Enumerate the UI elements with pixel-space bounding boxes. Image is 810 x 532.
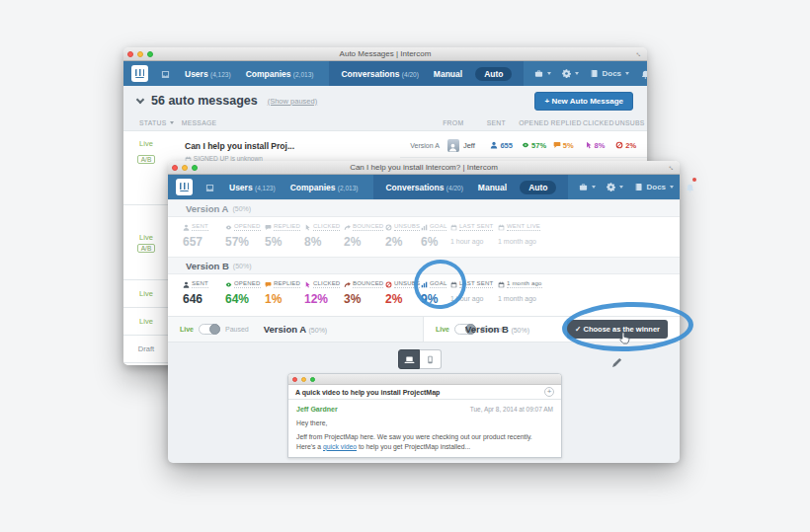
column-message: MESSAGE xyxy=(182,119,429,126)
unsubscribe-icon xyxy=(615,141,623,149)
apps-menu[interactable] xyxy=(534,69,551,78)
column-sent: SENT xyxy=(487,119,519,126)
email-preview-card: A quick video to help you install Projec… xyxy=(287,373,562,458)
nav-companies[interactable]: Companies (2,013) xyxy=(290,183,359,192)
stat-goal: GOAL6% xyxy=(421,223,450,257)
stat-bounced: BOUNCED3% xyxy=(344,280,385,316)
nav-manual[interactable]: Manual xyxy=(434,69,462,79)
device-toggle xyxy=(398,349,442,369)
quick-video-link[interactable]: quick video xyxy=(323,443,357,450)
sort-caret-icon xyxy=(170,121,174,124)
nav-users[interactable]: Users (4,123) xyxy=(229,183,276,192)
intercom-logo[interactable] xyxy=(131,65,148,82)
status-badge: Draft xyxy=(138,344,154,353)
eye-icon xyxy=(225,224,232,231)
calendar-icon xyxy=(498,281,505,288)
email-body: Jeff Gardner Tue, Apr 8, 2014 at 09:07 A… xyxy=(288,400,561,458)
top-nav: Users (4,123) Companies (2,013) Conversa… xyxy=(168,175,680,199)
unsubscribe-icon xyxy=(385,224,392,231)
nav-conversations[interactable]: Conversations (4/20) xyxy=(385,183,462,192)
unsubscribe-icon xyxy=(385,281,392,288)
caret-down-icon xyxy=(547,72,551,75)
ab-test-detail-window: Can I help you install Intercom? | Inter… xyxy=(168,161,680,461)
eye-icon xyxy=(522,141,529,149)
column-unsubs: UNSUBS xyxy=(615,119,647,126)
close-window-button[interactable] xyxy=(172,165,178,171)
column-status[interactable]: STATUS xyxy=(139,119,182,126)
window-titlebar: Can I help you install Intercom? | Inter… xyxy=(168,161,680,175)
toggle-knob xyxy=(209,324,220,335)
docs-menu[interactable]: Docs xyxy=(634,183,674,191)
version-a-row[interactable]: Version A Jeff 655 57% 5% 8% 2% xyxy=(400,134,647,156)
column-clicked: CLICKED xyxy=(583,119,614,126)
notifications-bell[interactable] xyxy=(641,65,647,83)
desktop-preview-button[interactable] xyxy=(398,349,420,369)
auto-messages-header: 56 auto messages (Show paused) + New Aut… xyxy=(123,86,647,115)
stat-opened: OPENED64% xyxy=(225,280,265,316)
status-badge: Live xyxy=(139,233,153,242)
message-title[interactable]: Can I help you install Proj... xyxy=(185,141,294,151)
email-greeting: Hey there, xyxy=(296,419,553,426)
zoom-window-button[interactable] xyxy=(192,165,198,171)
status-badge: Live xyxy=(139,289,153,298)
nav-conversations-group: Conversations (4/20) Manual Auto xyxy=(329,61,524,86)
stat-replied: REPLIED5% xyxy=(265,223,304,257)
notification-dot xyxy=(692,178,696,182)
email-paragraph: Jeff from ProjectMap here. We saw you we… xyxy=(296,432,553,451)
close-icon xyxy=(292,377,297,382)
email-subject: A quick video to help you install Projec… xyxy=(295,389,440,396)
minimize-window-button[interactable] xyxy=(137,51,143,57)
caret-down-icon xyxy=(619,186,623,189)
caret-down-icon xyxy=(670,186,674,189)
minimize-window-button[interactable] xyxy=(182,165,188,171)
person-icon xyxy=(490,141,498,149)
cursor-icon xyxy=(585,141,593,149)
zoom-window-button[interactable] xyxy=(147,51,153,57)
nav-companies[interactable]: Companies (2,013) xyxy=(246,69,314,79)
resize-icon[interactable]: ↔ xyxy=(633,47,645,59)
apps-menu[interactable] xyxy=(579,183,596,191)
collapse-chevron-icon[interactable] xyxy=(136,95,144,103)
settings-menu[interactable] xyxy=(607,183,623,191)
stat-unsubs: UNSUBS2% xyxy=(385,223,421,257)
mobile-preview-button[interactable] xyxy=(420,349,442,369)
close-window-button[interactable] xyxy=(127,51,133,57)
nav-conversations[interactable]: Conversations (4/20) xyxy=(341,69,418,79)
email-titlebar xyxy=(288,374,561,385)
nav-auto[interactable]: Auto xyxy=(475,67,512,81)
inbox-icon[interactable] xyxy=(161,65,170,83)
cursor-icon xyxy=(304,281,311,288)
nav-users[interactable]: Users (4,123) xyxy=(185,69,231,79)
window-title: Auto Messages | Intercom xyxy=(163,49,608,58)
nav-auto[interactable]: Auto xyxy=(520,181,556,194)
nav-manual[interactable]: Manual xyxy=(478,183,507,192)
nav-conversations-group: Conversations (4/20) Manual Auto xyxy=(373,175,568,199)
column-from: FROM xyxy=(443,119,487,126)
edit-pencil-icon[interactable] xyxy=(611,353,622,371)
notifications-bell[interactable] xyxy=(686,179,694,196)
expand-plus-button[interactable]: + xyxy=(544,387,554,397)
status-badge: Live A/B xyxy=(123,139,169,166)
live-paused-toggle[interactable] xyxy=(454,324,476,335)
calendar-icon xyxy=(498,224,505,231)
intercom-logo-glyph xyxy=(135,69,144,78)
settings-menu[interactable] xyxy=(562,69,579,78)
email-subject-row: A quick video to help you install Projec… xyxy=(288,385,561,400)
live-paused-toggle[interactable] xyxy=(199,324,220,335)
column-opened: OPENED xyxy=(519,119,550,126)
stat-went-live: 1 month ago1 month ago xyxy=(498,280,557,316)
new-auto-message-button[interactable]: + New Auto Message xyxy=(534,92,633,111)
show-paused-link[interactable]: (Show paused) xyxy=(268,97,317,106)
intercom-logo[interactable] xyxy=(176,179,193,195)
caret-down-icon xyxy=(592,186,596,189)
resize-icon[interactable]: ↔ xyxy=(666,161,678,173)
stat-clicked: CLICKED12% xyxy=(304,280,344,316)
caret-down-icon xyxy=(575,72,579,75)
stat-opened: OPENED57% xyxy=(225,223,265,257)
auto-messages-count: 56 auto messages xyxy=(151,94,258,108)
inbox-icon[interactable] xyxy=(205,179,214,196)
email-date: Tue, Apr 8, 2014 at 09:07 AM xyxy=(470,406,553,413)
minimize-icon xyxy=(301,377,306,382)
avatar xyxy=(447,139,459,152)
docs-menu[interactable]: Docs xyxy=(590,69,629,78)
